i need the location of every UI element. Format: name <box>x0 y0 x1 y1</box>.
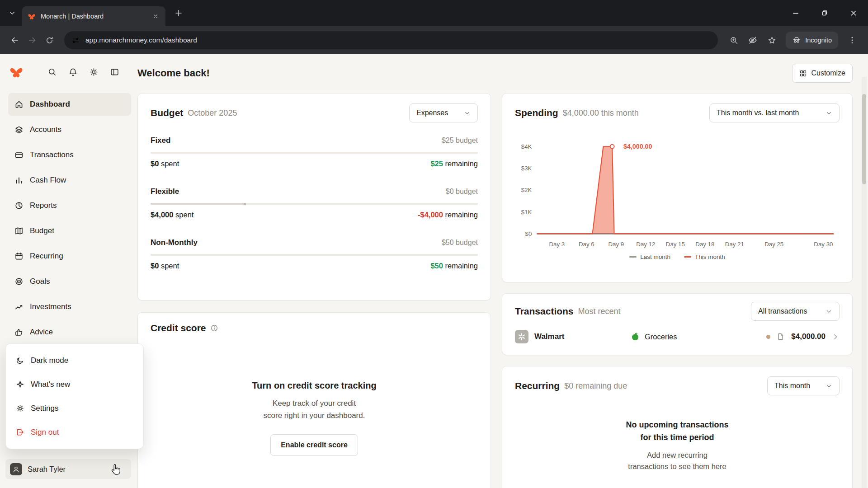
transactions-card: Transactions Most recent All transaction… <box>502 293 853 355</box>
settings-button[interactable] <box>88 66 99 78</box>
recurring-card: Recurring $0 remaining due This month No… <box>502 366 853 488</box>
budget-row-budget: $25 budget <box>442 136 478 145</box>
customize-label: Customize <box>811 69 845 77</box>
browser-tabstrip: Monarch | Dashboard <box>0 0 868 26</box>
sidebar-quick-icons <box>46 66 120 78</box>
svg-text:$4K: $4K <box>521 143 532 150</box>
layers-icon <box>14 125 24 134</box>
svg-text:$3K: $3K <box>521 165 532 172</box>
sidebar-toggle-button[interactable] <box>108 66 120 78</box>
maximize-button[interactable] <box>810 0 839 26</box>
spending-subtitle: $4,000.00 this month <box>563 108 639 118</box>
info-icon[interactable] <box>210 324 218 332</box>
forward-button[interactable] <box>24 32 41 49</box>
sidebar-item-advice[interactable]: Advice <box>8 321 131 343</box>
svg-text:Day 3: Day 3 <box>549 241 565 248</box>
budget-spent: $0 spent <box>151 262 179 270</box>
zoom-button[interactable] <box>726 32 742 48</box>
minimize-button[interactable] <box>781 0 810 26</box>
spending-header: Spending $4,000.00 this month This month… <box>515 103 840 122</box>
url-text[interactable]: app.monarchmoney.com/dashboard <box>85 36 197 44</box>
menu-item-label: What's new <box>31 380 70 389</box>
budget-row-flexible[interactable]: Flexible$0 budget $4,000 spent-$4,000 re… <box>151 187 478 219</box>
transaction-row[interactable]: Walmart Groceries $4,000.00 <box>515 330 840 343</box>
svg-text:$4,000.00: $4,000.00 <box>623 143 652 150</box>
merchant-name: Walmart <box>534 332 564 341</box>
mouse-cursor <box>110 464 122 476</box>
chevron-right-icon[interactable] <box>832 333 840 341</box>
scrollbar-thumb[interactable] <box>862 94 866 184</box>
menu-item-label: Settings <box>31 404 58 413</box>
enable-credit-score-button[interactable]: Enable credit score <box>270 434 358 456</box>
sidebar-item-label: Cash Flow <box>30 176 66 185</box>
sidebar-item-investments[interactable]: Investments <box>8 296 131 318</box>
sidebar-item-recurring[interactable]: Recurring <box>8 245 131 267</box>
spending-filter-value: This month vs. last month <box>717 109 799 117</box>
recurring-filter-dropdown[interactable]: This month <box>767 376 840 395</box>
sidebar-item-cash-flow[interactable]: Cash Flow <box>8 169 131 192</box>
sidebar-item-transactions[interactable]: Transactions <box>8 144 131 166</box>
groceries-icon <box>630 332 640 342</box>
browser-menu-button[interactable] <box>844 32 860 48</box>
budget-spent: $4,000 spent <box>151 211 193 219</box>
sidebar-item-goals[interactable]: Goals <box>8 270 131 293</box>
recurring-subtitle: $0 remaining due <box>564 381 627 391</box>
chevron-down-icon <box>8 9 16 17</box>
budget-title: Budget <box>151 108 183 118</box>
tracking-protection-button[interactable] <box>745 32 761 48</box>
main-content: Welcome back! Customize Budget October 2… <box>136 54 868 488</box>
budget-row-non-monthly[interactable]: Non-Monthly$50 budget $0 spent$50 remain… <box>151 238 478 270</box>
svg-text:Day 18: Day 18 <box>695 241 714 248</box>
sidebar-item-label: Advice <box>30 328 53 337</box>
bookmark-button[interactable] <box>764 32 780 48</box>
budget-row-budget: $50 budget <box>442 239 478 247</box>
budget-period: October 2025 <box>188 108 237 118</box>
notifications-button[interactable] <box>67 66 79 78</box>
pie-chart-icon <box>14 201 24 210</box>
back-button[interactable] <box>6 32 24 49</box>
restore-icon <box>820 9 829 18</box>
svg-text:Day 12: Day 12 <box>636 241 655 248</box>
spending-filter-dropdown[interactable]: This month vs. last month <box>709 103 840 122</box>
note-icon <box>777 333 785 341</box>
budget-filter-dropdown[interactable]: Expenses <box>409 103 478 122</box>
search-button[interactable] <box>46 66 58 78</box>
tab-search-button[interactable] <box>5 6 19 20</box>
budget-progress-bar <box>151 203 478 205</box>
customize-button[interactable]: Customize <box>792 64 853 83</box>
svg-text:Day 25: Day 25 <box>764 241 783 248</box>
new-tab-button[interactable] <box>172 6 185 20</box>
menu-item-sign-out[interactable]: Sign out <box>6 420 143 444</box>
sidebar-item-accounts[interactable]: Accounts <box>8 118 131 141</box>
sidebar-item-dashboard[interactable]: Dashboard <box>8 93 131 116</box>
sidebar-item-label: Dashboard <box>30 100 70 109</box>
budget-row-budget: $0 budget <box>446 188 478 196</box>
sidebar-item-budget[interactable]: Budget <box>8 220 131 242</box>
sidebar: Dashboard Accounts Transactions Cash Flo… <box>0 54 136 488</box>
menu-item-whats-new[interactable]: What's new <box>6 372 143 396</box>
menu-item-dark-mode[interactable]: Dark mode <box>6 348 143 372</box>
tab-close-button[interactable] <box>151 12 160 21</box>
budget-row-fixed[interactable]: Fixed$25 budget $0 spent$25 remaining <box>151 136 478 168</box>
legend-item: Last month <box>629 253 670 260</box>
budget-remaining: -$4,000 remaining <box>418 211 478 219</box>
category-name: Groceries <box>645 333 677 341</box>
reload-button[interactable] <box>41 32 58 49</box>
menu-item-settings[interactable]: Settings <box>6 396 143 420</box>
sidebar-item-reports[interactable]: Reports <box>8 194 131 217</box>
incognito-badge: Incognito <box>786 32 838 49</box>
site-info-icon[interactable] <box>71 36 80 45</box>
close-window-button[interactable] <box>839 0 868 26</box>
user-menu-popup: Dark mode What's new Settings Sign out <box>5 343 144 449</box>
menu-item-label: Sign out <box>31 428 59 437</box>
credit-score-card: Credit score Turn on credit score tracki… <box>137 312 491 488</box>
sidebar-nav: Dashboard Accounts Transactions Cash Flo… <box>8 93 131 343</box>
credit-score-empty-title: Turn on credit score tracking <box>151 380 478 391</box>
svg-text:$2K: $2K <box>521 187 532 193</box>
recurring-header: Recurring $0 remaining due This month <box>515 376 840 395</box>
browser-tab[interactable]: Monarch | Dashboard <box>22 6 165 26</box>
address-bar[interactable]: app.monarchmoney.com/dashboard <box>64 31 718 49</box>
spending-card: Spending $4,000.00 this month This month… <box>502 93 853 282</box>
monarch-favicon <box>27 12 36 21</box>
transactions-filter-dropdown[interactable]: All transactions <box>751 302 840 321</box>
